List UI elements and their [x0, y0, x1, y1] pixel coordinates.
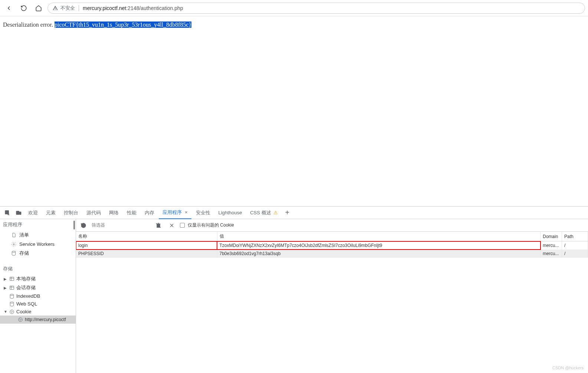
- address-bar[interactable]: 不安全 mercury.picoctf.net:2148/authenticat…: [47, 3, 585, 14]
- resize-handle[interactable]: [73, 219, 76, 373]
- svg-point-3: [13, 244, 14, 245]
- th-value[interactable]: 值: [217, 232, 541, 241]
- cookie-row-phpsessid[interactable]: PHPSESSID 7b0e3sb692od1vg7rh13ai3sqb mer…: [76, 250, 588, 258]
- svg-point-15: [21, 319, 21, 320]
- th-name[interactable]: 名称: [76, 232, 217, 241]
- reload-button[interactable]: [18, 2, 30, 14]
- insecure-indicator: 不安全: [52, 5, 75, 11]
- tree-websql[interactable]: Web SQL: [0, 300, 76, 308]
- devtools-main: 仅显示有问题的 Cookie 名称 值 Domain Path: [76, 219, 588, 373]
- tree-session-storage[interactable]: ▶ 会话存储: [0, 283, 76, 292]
- svg-point-9: [10, 310, 14, 314]
- add-tab-button[interactable]: +: [285, 208, 290, 217]
- page-content: Deserialization error. picoCTF{th15_vu1n…: [0, 16, 588, 206]
- tab-css-overview[interactable]: CSS 概述 ⚠: [246, 207, 281, 219]
- cookie-toolbar: 仅显示有问题的 Cookie: [76, 219, 588, 232]
- tab-network[interactable]: 网络: [105, 207, 122, 219]
- sidebar-item-service-workers[interactable]: Service Workers: [0, 240, 76, 248]
- tab-sources[interactable]: 源代码: [83, 207, 105, 219]
- svg-rect-5: [10, 277, 14, 280]
- th-domain[interactable]: Domain: [541, 232, 562, 241]
- th-path[interactable]: Path: [562, 232, 588, 241]
- tree-local-storage[interactable]: ▶ 本地存储: [0, 274, 76, 283]
- delete-button[interactable]: [167, 220, 177, 231]
- sidebar-item-storage[interactable]: 存储: [0, 248, 76, 258]
- storage-section-title: 存储: [0, 263, 76, 274]
- svg-rect-6: [10, 286, 14, 289]
- devtools-tabbar: 欢迎 元素 控制台 源代码 网络 性能 内存 应用程序× 安全性 Lightho…: [0, 207, 588, 219]
- tab-welcome[interactable]: 欢迎: [24, 207, 42, 219]
- home-button[interactable]: [33, 2, 45, 14]
- tab-application[interactable]: 应用程序×: [159, 207, 191, 219]
- flag-text[interactable]: picoCTF{th15_vu1n_1s_5up3r_53r1ous_y4ll_…: [55, 22, 191, 28]
- clear-all-button[interactable]: [153, 220, 164, 231]
- tab-elements[interactable]: 元素: [42, 207, 59, 219]
- sidebar-item-manifest[interactable]: 清单: [0, 230, 76, 240]
- tree-cookie[interactable]: ▼ Cookie: [0, 308, 76, 316]
- only-issues-checkbox[interactable]: [180, 223, 185, 228]
- table-header-row: 名称 值 Domain Path: [76, 232, 588, 241]
- divider: [79, 5, 79, 11]
- svg-point-10: [11, 311, 12, 311]
- svg-rect-2: [20, 212, 21, 214]
- warning-icon: ⚠: [273, 210, 278, 215]
- insecure-label: 不安全: [60, 5, 75, 11]
- cookie-row-login[interactable]: login TzoxMDoiYWNjZXNzX2xvZyI6MTp7czo4Oi…: [76, 241, 588, 250]
- filter-input[interactable]: [92, 221, 140, 230]
- tree-cookie-origin[interactable]: http://mercury.picoctf: [0, 316, 76, 324]
- svg-point-13: [19, 318, 23, 322]
- tree-indexeddb[interactable]: IndexedDB: [0, 292, 76, 300]
- svg-point-7: [10, 294, 13, 296]
- devtools-panel: 欢迎 元素 控制台 源代码 网络 性能 内存 应用程序× 安全性 Lightho…: [0, 206, 588, 373]
- url-display: mercury.picoctf.net:2148/authentication.…: [83, 5, 183, 11]
- inspect-icon[interactable]: [2, 208, 13, 218]
- close-icon[interactable]: ×: [185, 209, 188, 215]
- svg-point-8: [10, 302, 13, 303]
- svg-point-12: [12, 312, 12, 313]
- deserialization-error-text: Deserialization error.: [3, 22, 55, 28]
- cookie-table[interactable]: 名称 值 Domain Path login TzoxMDoiYWNjZXNzX…: [76, 232, 588, 373]
- svg-point-16: [20, 320, 20, 320]
- svg-rect-1: [16, 211, 19, 214]
- tab-lighthouse[interactable]: Lighthouse: [215, 207, 246, 219]
- back-button[interactable]: [3, 2, 15, 14]
- tab-security[interactable]: 安全性: [192, 207, 214, 219]
- tab-memory[interactable]: 内存: [141, 207, 158, 219]
- svg-point-4: [12, 251, 15, 252]
- app-sidebar: 应用程序 清单 Service Workers 存储 存储 ▶ 本地存储 ▶: [0, 219, 76, 373]
- svg-point-11: [12, 311, 13, 311]
- browser-toolbar: 不安全 mercury.picoctf.net:2148/authenticat…: [0, 0, 588, 16]
- tab-console[interactable]: 控制台: [60, 207, 82, 219]
- tab-performance[interactable]: 性能: [123, 207, 140, 219]
- only-issues-label: 仅显示有问题的 Cookie: [188, 222, 234, 228]
- refresh-button[interactable]: [78, 220, 89, 231]
- watermark: CSDN @huckers: [552, 366, 584, 370]
- app-section-title: 应用程序: [0, 219, 76, 230]
- svg-point-14: [20, 319, 20, 319]
- device-toggle-icon[interactable]: [13, 208, 24, 218]
